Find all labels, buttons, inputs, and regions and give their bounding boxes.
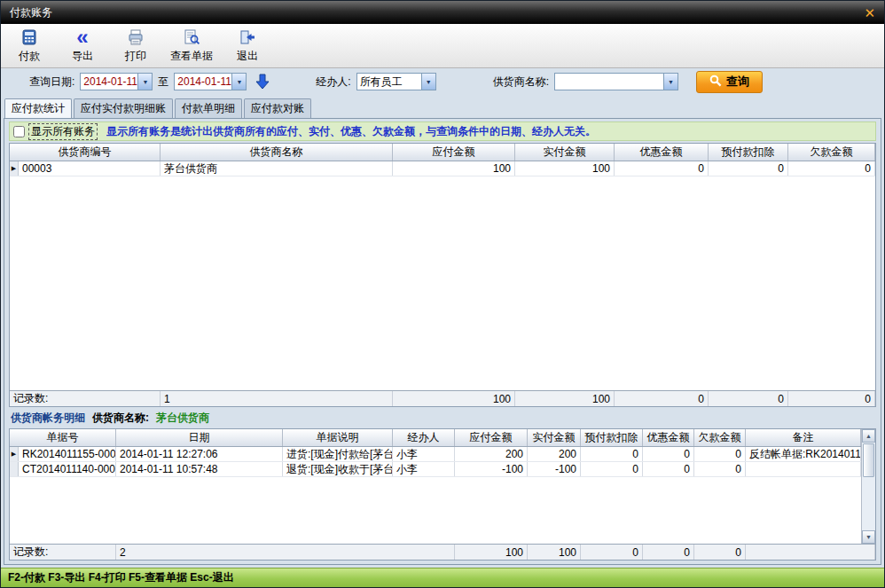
column-header-remarks[interactable]: 备注	[746, 429, 861, 446]
search-icon	[709, 74, 722, 90]
chevron-down-icon[interactable]: ▼	[421, 74, 435, 90]
filter-note-text: 显示所有账务是统计出供货商所有的应付、实付、优惠、欠款金额，与查询条件中的日期、…	[106, 124, 596, 139]
date-from-combobox[interactable]: 2014-01-11 ▼	[80, 73, 153, 90]
pay-button[interactable]: 付款	[10, 27, 49, 66]
tab-page: 显示所有账务 显示所有账务是统计出供货商所有的应付、实付、优惠、欠款金额，与查询…	[4, 118, 881, 565]
summary-table-body: ▶ 00003 茅台供货商 100 100 0 0 0	[10, 161, 875, 390]
vertical-scrollbar[interactable]: ▲ ▼	[861, 429, 875, 544]
column-header-date[interactable]: 日期	[116, 429, 283, 446]
current-row-marker-icon: ▶	[12, 451, 16, 458]
record-count-value: 1	[161, 391, 393, 406]
query-bar: 查询日期: 2014-01-11 ▼ 至 2014-01-11 ▼ 经办人: 所…	[1, 68, 884, 98]
column-header-outstanding[interactable]: 欠款金额	[694, 429, 746, 446]
pay-button-label: 付款	[19, 49, 40, 64]
toolbar: 付款 « 导出 打印	[1, 24, 884, 68]
export-button-label: 导出	[72, 49, 93, 64]
tab-payment-detail[interactable]: 付款单明细	[175, 98, 242, 118]
cell-payable: 100	[393, 161, 515, 176]
chevron-down-icon[interactable]: ▼	[137, 74, 152, 90]
window-title: 付款账务	[10, 5, 52, 20]
cell-receipt-no: CT2014011140-0001	[19, 462, 116, 476]
table-row[interactable]: CT2014011140-0001 2014-01-11 10:57:48 退货…	[10, 462, 861, 477]
show-all-accounts-label[interactable]: 显示所有账务	[28, 123, 98, 140]
date-to-value: 2014-01-11	[175, 75, 231, 88]
cell-receipt-no: RK2014011155-0001	[19, 447, 116, 461]
print-button-label: 打印	[125, 49, 146, 64]
handler-value: 所有员工	[357, 74, 421, 90]
tab-payable-reconciliation[interactable]: 应付款对账	[244, 98, 311, 118]
chevron-down-icon[interactable]: ▼	[231, 74, 246, 90]
summary-table: 供货商编号 供货商名称 应付金额 实付金额 优惠金额 预付款扣除 欠款金额 ▶ …	[9, 143, 876, 407]
tab-payable-statistics[interactable]: 应付款统计	[4, 98, 72, 118]
column-header-payable[interactable]: 应付金额	[455, 429, 528, 446]
exit-button-label: 退出	[237, 49, 258, 64]
title-bar[interactable]: 付款账务 ✕	[1, 1, 884, 24]
filter-note-row: 显示所有账务 显示所有账务是统计出供货商所有的应付、实付、优惠、欠款金额，与查询…	[9, 122, 876, 141]
scroll-track[interactable]	[862, 478, 875, 530]
scroll-up-icon: ▲	[865, 433, 872, 439]
chevron-down-icon[interactable]: ▼	[663, 74, 677, 90]
table-row[interactable]: ▶ RK2014011155-0001 2014-01-11 12:27:06 …	[10, 447, 861, 462]
total-paid: 100	[528, 545, 581, 560]
column-header-handler[interactable]: 经办人	[393, 429, 455, 446]
column-header-description[interactable]: 单据说明	[283, 429, 393, 446]
cell-handler: 小李	[393, 447, 455, 461]
scroll-up-button[interactable]: ▲	[862, 429, 875, 443]
total-prepay-deduction: 0	[709, 391, 788, 406]
total-discount: 0	[643, 545, 694, 560]
detail-supplier-name: 茅台供货商	[156, 411, 209, 426]
column-header-outstanding[interactable]: 欠款金额	[788, 144, 875, 161]
column-header-payable[interactable]: 应付金额	[393, 144, 515, 161]
column-header-discount[interactable]: 优惠金额	[615, 144, 709, 161]
detail-table-body: ▶ RK2014011155-0001 2014-01-11 12:27:06 …	[10, 447, 861, 544]
scroll-thumb[interactable]	[863, 443, 874, 477]
column-header-prepay-deduction[interactable]: 预付款扣除	[581, 429, 643, 446]
table-row[interactable]: ▶ 00003 茅台供货商 100 100 0 0 0	[10, 161, 875, 176]
column-header-paid[interactable]: 实付金额	[515, 144, 615, 161]
cell-outstanding: 0	[788, 161, 875, 176]
exit-button[interactable]: 退出	[228, 27, 267, 66]
date-to-combobox[interactable]: 2014-01-11 ▼	[174, 73, 247, 90]
status-bar: F2-付款 F3-导出 F4-打印 F5-查看单据 Esc-退出	[1, 568, 884, 587]
search-button[interactable]: 查询	[696, 71, 763, 93]
export-icon: «	[76, 28, 88, 47]
summary-table-footer: 记录数: 1 100 100 0 0 0	[10, 390, 875, 406]
current-row-marker-icon: ▶	[12, 165, 16, 172]
cell-discount: 0	[643, 447, 694, 461]
tab-payable-actual-ledger[interactable]: 应付实付款明细账	[74, 98, 173, 118]
cell-prepay-deduction: 0	[581, 462, 643, 476]
column-header-discount[interactable]: 优惠金额	[643, 429, 694, 446]
detail-section-header: 供货商帐务明细 供货商名称: 茅台供货商	[9, 407, 876, 428]
column-header-receipt-no[interactable]: 单据号	[10, 429, 116, 446]
view-receipt-button-label: 查看单据	[170, 49, 213, 64]
detail-table-header: 单据号 日期 单据说明 经办人 应付金额 实付金额 预付款扣除 优惠金额 欠款金…	[10, 429, 861, 447]
close-icon[interactable]: ✕	[864, 6, 875, 20]
column-header-paid[interactable]: 实付金额	[528, 429, 581, 446]
total-paid: 100	[515, 391, 615, 406]
show-all-accounts-checkbox[interactable]	[13, 126, 25, 137]
scroll-down-button[interactable]: ▼	[862, 530, 875, 544]
summary-table-header: 供货商编号 供货商名称 应付金额 实付金额 优惠金额 预付款扣除 欠款金额	[10, 144, 875, 161]
row-selector: ▶	[10, 161, 19, 176]
export-button[interactable]: « 导出	[63, 27, 102, 66]
cell-description: 退货:[现金]收款于[茅台供货商	[283, 462, 393, 476]
column-header-prepay-deduction[interactable]: 预付款扣除	[709, 144, 788, 161]
view-receipt-icon	[183, 28, 200, 47]
cell-outstanding: 0	[694, 447, 746, 461]
scroll-down-icon: ▼	[865, 534, 872, 540]
view-receipt-button[interactable]: 查看单据	[169, 27, 214, 66]
shortcut-hints: F2-付款 F3-导出 F4-打印 F5-查看单据 Esc-退出	[8, 570, 234, 585]
total-payable: 100	[455, 545, 528, 560]
handler-combobox[interactable]: 所有员工 ▼	[356, 73, 436, 90]
record-count-value: 2	[116, 545, 455, 560]
search-button-label: 查询	[726, 74, 749, 90]
cell-description: 进货:[现金]付款给[茅台供货商	[283, 447, 393, 461]
supplier-combobox[interactable]: ▼	[554, 73, 678, 90]
exit-icon	[239, 28, 256, 47]
column-header-supplier-name[interactable]: 供货商名称	[161, 144, 393, 161]
print-button[interactable]: 打印	[116, 27, 155, 66]
total-discount: 0	[615, 391, 709, 406]
app-window: 付款账务 ✕ 付款 « 导出	[0, 0, 885, 588]
row-selector	[10, 462, 19, 476]
column-header-supplier-id[interactable]: 供货商编号	[10, 144, 161, 161]
